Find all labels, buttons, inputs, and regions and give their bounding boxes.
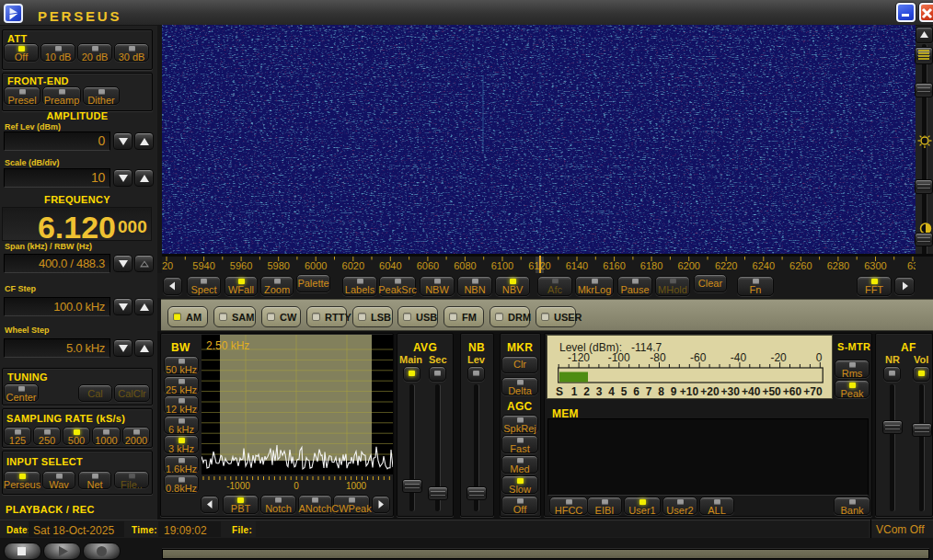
svg-text:6220: 6220 (715, 260, 737, 271)
svg-text:3: 3 (596, 385, 603, 398)
svg-text:-100: -100 (608, 351, 630, 364)
svg-text:6040: 6040 (379, 260, 401, 271)
svg-text:+10: +10 (680, 385, 699, 398)
svg-text:1: 1 (571, 385, 578, 398)
svg-text:+40: +40 (742, 385, 761, 398)
svg-text:+20: +20 (700, 385, 720, 398)
svg-text:0: 0 (294, 481, 299, 491)
svg-text:6060: 6060 (417, 260, 439, 271)
svg-text:-1000: -1000 (226, 481, 250, 491)
svg-text:5980: 5980 (267, 260, 289, 271)
svg-text:6280: 6280 (827, 260, 849, 271)
svg-text:6: 6 (633, 385, 639, 398)
svg-text:63: 63 (907, 260, 916, 271)
svg-text:-40: -40 (731, 351, 747, 364)
svg-text:+30: +30 (721, 385, 741, 398)
svg-text:-60: -60 (690, 351, 707, 364)
svg-text:6000: 6000 (305, 260, 327, 271)
svg-text:6140: 6140 (566, 260, 588, 271)
svg-text:9: 9 (671, 385, 677, 398)
svg-text:-120: -120 (568, 351, 590, 364)
svg-text:6100: 6100 (491, 260, 513, 271)
svg-text:4: 4 (608, 385, 615, 398)
svg-text:6260: 6260 (789, 260, 812, 271)
svg-text:8: 8 (658, 385, 664, 398)
svg-text:1000: 1000 (346, 481, 367, 491)
svg-text:6300: 6300 (864, 260, 886, 271)
svg-text:5960: 5960 (230, 260, 252, 271)
svg-text:S: S (556, 385, 563, 398)
svg-text:20: 20 (162, 260, 173, 271)
svg-text:5: 5 (621, 385, 628, 398)
svg-text:+70: +70 (803, 385, 823, 398)
svg-text:6180: 6180 (640, 260, 662, 271)
svg-text:-80: -80 (650, 351, 666, 364)
svg-text:2: 2 (583, 385, 590, 398)
svg-text:6200: 6200 (677, 260, 699, 271)
svg-text:+50: +50 (762, 385, 781, 398)
svg-text:-20: -20 (770, 351, 787, 364)
svg-text:7: 7 (646, 385, 652, 398)
svg-text:+60: +60 (783, 385, 802, 398)
svg-text:6160: 6160 (603, 260, 625, 271)
svg-text:5940: 5940 (192, 260, 214, 271)
svg-text:6240: 6240 (753, 260, 775, 271)
svg-text:6080: 6080 (454, 260, 476, 271)
svg-text:0: 0 (816, 351, 823, 364)
svg-text:6020: 6020 (342, 260, 364, 271)
